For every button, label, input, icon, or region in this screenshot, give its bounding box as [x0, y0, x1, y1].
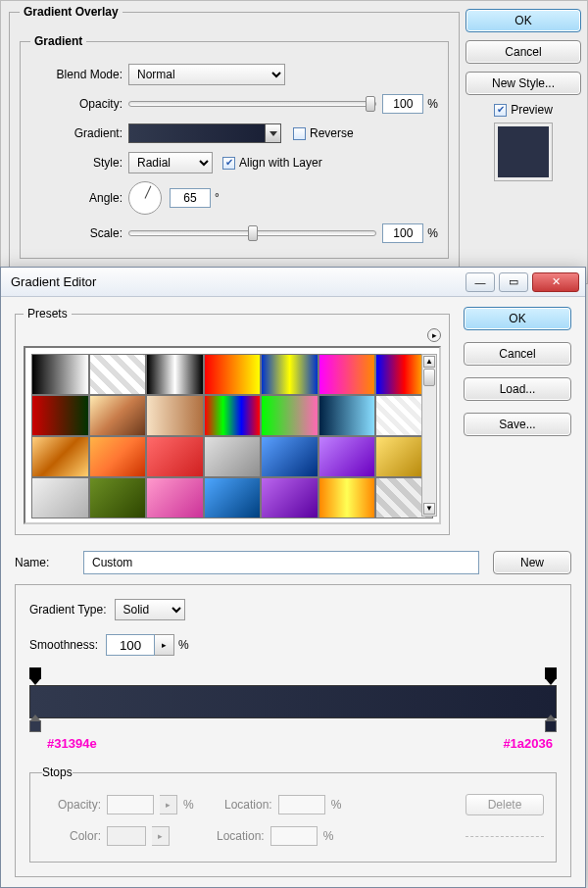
cancel-button[interactable]: Cancel: [466, 40, 581, 64]
blend-mode-select[interactable]: Normal: [128, 64, 285, 85]
layer-style-dialog: Gradient Overlay Gradient Blend Mode: No…: [0, 0, 588, 284]
reverse-label: Reverse: [310, 126, 354, 140]
align-with-layer-checkbox[interactable]: [222, 157, 235, 170]
name-input[interactable]: [83, 551, 479, 574]
gradient-label: Gradient:: [30, 126, 128, 140]
presets-menu-icon[interactable]: ▸: [427, 328, 441, 342]
preset-swatch[interactable]: [318, 395, 376, 436]
window-title: Gradient Editor: [7, 274, 462, 289]
preset-swatch[interactable]: [31, 395, 89, 436]
disabled-separator: [466, 836, 544, 837]
gradient-type-label: Gradient Type:: [29, 603, 107, 617]
align-with-layer-label: Align with Layer: [239, 156, 322, 170]
color-stop-right[interactable]: [545, 720, 557, 732]
style-label: Style:: [30, 156, 128, 170]
preset-swatch[interactable]: [261, 477, 318, 518]
scroll-up-icon[interactable]: ▲: [423, 356, 435, 368]
presets-scrollbar[interactable]: ▲ ▼: [421, 354, 437, 517]
scroll-thumb[interactable]: [423, 369, 435, 386]
preset-swatch[interactable]: [261, 395, 318, 436]
titlebar[interactable]: Gradient Editor — ▭ ✕: [1, 268, 585, 297]
preset-swatch[interactable]: [204, 477, 262, 518]
preview-checkbox[interactable]: [494, 104, 507, 117]
preset-swatch[interactable]: [146, 395, 204, 436]
presets-group: Presets ▸ ▲ ▼: [15, 307, 450, 535]
gradient-group-title: Gradient: [30, 34, 86, 48]
gradient-group: Gradient Blend Mode: Normal Opacity: %: [20, 34, 449, 259]
close-button[interactable]: ✕: [532, 272, 579, 292]
preset-swatch[interactable]: [261, 436, 318, 477]
preset-swatch[interactable]: [89, 354, 147, 395]
preset-swatch[interactable]: [318, 436, 376, 477]
opacity-stop-left[interactable]: [29, 667, 41, 679]
new-button[interactable]: New: [493, 551, 571, 574]
stops-group: Stops Opacity: ▸ % Location: % Delete Co…: [29, 765, 557, 863]
style-select[interactable]: Radial: [128, 152, 213, 173]
gradient-editor-side: OK Cancel Load... Save...: [464, 307, 571, 535]
ge-load-button[interactable]: Load...: [464, 377, 571, 401]
preset-swatch[interactable]: [89, 436, 147, 477]
stop-opacity-input: [107, 795, 154, 814]
gradient-type-select[interactable]: Solid: [115, 599, 185, 620]
preset-swatch[interactable]: [89, 395, 147, 436]
preset-swatch[interactable]: [204, 354, 262, 395]
stop-opacity-spin: ▸: [160, 795, 177, 814]
presets-label: Presets: [24, 307, 72, 321]
new-style-button[interactable]: New Style...: [466, 72, 581, 95]
scroll-down-icon[interactable]: ▼: [423, 503, 435, 515]
color-stop-left-hex: #31394e: [47, 736, 97, 751]
color-stop-left[interactable]: [29, 720, 41, 732]
preset-swatch[interactable]: [318, 354, 376, 395]
gradient-swatch[interactable]: [128, 123, 266, 143]
preset-swatch[interactable]: [146, 436, 204, 477]
gradient-bar-area: #31394e #1a2036: [29, 667, 557, 756]
preset-swatch[interactable]: [146, 354, 204, 395]
gradient-editor-dialog: Gradient Editor — ▭ ✕ Presets ▸ ▲ ▼: [0, 267, 586, 888]
presets-panel: ▲ ▼: [24, 346, 441, 524]
stop-color-spin: ▸: [152, 826, 170, 846]
gradient-settings-group: Gradient Type: Solid Smoothness: ▸ %: [15, 584, 571, 877]
gradient-bar[interactable]: [29, 685, 557, 718]
opacity-unit: %: [427, 97, 438, 111]
preset-swatch[interactable]: [146, 477, 204, 518]
preset-swatch[interactable]: [31, 436, 89, 477]
stop-color-label: Color:: [42, 829, 101, 843]
opacity-input[interactable]: [382, 94, 423, 114]
preset-swatch[interactable]: [318, 477, 376, 518]
smoothness-spin[interactable]: ▸: [155, 634, 174, 656]
preset-swatch[interactable]: [31, 354, 89, 395]
gradient-swatch-dropdown[interactable]: [266, 123, 281, 143]
angle-input[interactable]: [170, 188, 211, 208]
scale-slider-thumb[interactable]: [248, 225, 258, 241]
stop-location-pct-2: %: [323, 829, 334, 843]
preset-swatch[interactable]: [204, 436, 262, 477]
preset-swatch[interactable]: [89, 477, 147, 518]
opacity-label: Opacity:: [30, 97, 128, 111]
ok-button[interactable]: OK: [466, 9, 581, 32]
preset-swatch[interactable]: [204, 395, 262, 436]
preview-label: Preview: [511, 103, 553, 117]
reverse-checkbox[interactable]: [293, 127, 306, 140]
stop-location-label-2: Location:: [206, 829, 265, 843]
preset-swatch[interactable]: [261, 354, 318, 395]
opacity-slider-thumb[interactable]: [366, 96, 375, 112]
preset-swatch[interactable]: [31, 477, 89, 518]
ge-ok-button[interactable]: OK: [464, 307, 571, 330]
color-stop-right-hex: #1a2036: [503, 736, 553, 751]
minimize-button[interactable]: —: [466, 272, 495, 292]
stop-location-label-1: Location:: [214, 798, 272, 812]
scale-slider[interactable]: [128, 230, 376, 236]
delete-stop-button: Delete: [466, 794, 544, 815]
scale-input[interactable]: [382, 223, 423, 243]
stop-location-input-2: [270, 826, 318, 846]
smoothness-unit: %: [178, 638, 189, 652]
opacity-stop-right[interactable]: [545, 667, 557, 679]
ge-cancel-button[interactable]: Cancel: [464, 342, 571, 366]
ge-save-button[interactable]: Save...: [464, 413, 571, 436]
smoothness-input[interactable]: [106, 634, 155, 656]
chevron-down-icon: [270, 131, 277, 136]
maximize-button[interactable]: ▭: [499, 272, 528, 292]
preview-swatch: [494, 123, 553, 181]
opacity-slider[interactable]: [128, 101, 376, 107]
angle-dial[interactable]: [128, 181, 162, 215]
